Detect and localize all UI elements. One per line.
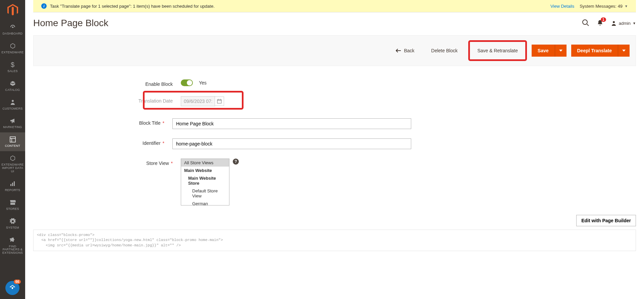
enable-block-toggle[interactable] xyxy=(181,79,193,86)
save-retranslate-button[interactable]: Save & Retranslate xyxy=(471,45,524,57)
hex-icon xyxy=(1,42,24,50)
svg-point-9 xyxy=(613,21,615,23)
translation-date-label: Translation Date xyxy=(33,96,181,104)
sidebar-label: EXTENDWARE xyxy=(1,51,23,54)
sidebar-label: EXTENDWARE IMPORT DATA UI xyxy=(1,163,24,173)
save-button[interactable]: Save xyxy=(532,45,555,57)
sidebar-item-catalog[interactable]: CATALOG xyxy=(0,76,25,95)
sidebar-item-customers[interactable]: CUSTOMERS xyxy=(0,95,25,114)
notifications-icon[interactable]: 1 xyxy=(597,19,603,27)
layout-icon xyxy=(1,136,24,143)
row-identifier: Identifier xyxy=(33,138,411,149)
identifier-input[interactable] xyxy=(172,138,411,149)
sidebar-label: CONTENT xyxy=(5,144,20,148)
svg-point-0 xyxy=(12,100,14,102)
sidebar-label: SYSTEM xyxy=(6,226,19,230)
sidebar-item-content[interactable]: CONTENT xyxy=(0,132,25,151)
storefront-icon xyxy=(1,199,24,206)
store-view-option-german[interactable]: German xyxy=(181,200,229,205)
row-translation-date: Translation Date xyxy=(33,96,411,106)
sidebar-label: DASHBOARD xyxy=(3,32,23,36)
identifier-label: Identifier xyxy=(33,138,172,146)
user-menu[interactable]: admin ▼ xyxy=(611,20,636,26)
calendar-icon[interactable] xyxy=(215,97,224,106)
search-icon[interactable] xyxy=(582,19,589,27)
sidebar-label: MARKETING xyxy=(3,126,22,129)
svg-rect-10 xyxy=(217,100,221,103)
store-view-option-main-website[interactable]: Main Website xyxy=(181,167,229,174)
sidebar-label: CATALOG xyxy=(5,88,20,92)
content-code-area[interactable]: <div class="blocks-promo"> <a href="{{st… xyxy=(33,230,636,251)
sidebar-item-extendware[interactable]: EXTENDWARE xyxy=(0,39,25,58)
person-icon xyxy=(1,99,24,106)
block-title-label: Block Title xyxy=(33,118,172,126)
sidebar-label: REPORTS xyxy=(5,189,20,192)
store-view-option-all[interactable]: All Store Views xyxy=(181,159,229,167)
row-store-view: Store View All Store Views Main Website … xyxy=(33,159,411,205)
delete-block-button[interactable]: Delete Block xyxy=(425,45,464,57)
sidebar-item-partners[interactable]: FIND PARTNERS & EXTENSIONS xyxy=(0,233,25,251)
page-header: Home Page Block 1 admin ▼ xyxy=(25,12,644,28)
admin-sidebar: DASHBOARD EXTENDWARE $SALES CATALOG CUST… xyxy=(0,0,25,251)
store-view-option-main-store[interactable]: Main Website Store xyxy=(181,174,229,187)
gear-icon xyxy=(1,218,24,225)
sidebar-item-reports[interactable]: REPORTS xyxy=(0,177,25,195)
pagebuilder-row: Edit with Page Builder xyxy=(25,215,644,226)
save-split-button: Save xyxy=(532,45,567,57)
store-view-option-default[interactable]: Default Store View xyxy=(181,187,229,200)
row-block-title: Block Title xyxy=(33,118,411,129)
system-message-text: Task "Translate page for 1 selected page… xyxy=(50,4,550,9)
bars-icon xyxy=(1,180,24,187)
view-details-link[interactable]: View Details xyxy=(550,4,574,9)
deepl-dropdown-toggle[interactable] xyxy=(618,45,630,57)
page-title: Home Page Block xyxy=(33,18,582,28)
help-icon[interactable]: ? xyxy=(233,159,239,165)
sidebar-label: STORES xyxy=(6,207,19,211)
form-area: Enable Block Yes Translation Date Block … xyxy=(25,66,419,205)
block-title-input[interactable] xyxy=(172,118,411,129)
store-view-label: Store View xyxy=(33,159,181,166)
enable-block-label: Enable Block xyxy=(33,79,181,87)
chevron-down-icon: ▼ xyxy=(633,21,636,25)
highlight-save-retranslate: Save & Retranslate xyxy=(468,40,527,61)
sidebar-item-stores[interactable]: STORES xyxy=(0,195,25,214)
dollar-icon: $ xyxy=(1,61,24,68)
chevron-down-icon[interactable]: ▼ xyxy=(625,4,628,8)
system-message-count[interactable]: System Messages: 49 xyxy=(580,4,623,9)
cube-icon xyxy=(1,80,24,87)
system-message-bar: i Task "Translate page for 1 selected pa… xyxy=(33,0,636,12)
edit-pagebuilder-button[interactable]: Edit with Page Builder xyxy=(576,215,636,226)
svg-rect-6 xyxy=(14,181,15,186)
sidebar-item-sales[interactable]: $SALES xyxy=(0,58,25,76)
svg-rect-5 xyxy=(12,183,13,186)
username: admin xyxy=(619,21,631,26)
sidebar-item-system[interactable]: SYSTEM xyxy=(0,214,25,233)
main-content: i Task "Translate page for 1 selected pa… xyxy=(25,0,644,251)
deepl-translate-button[interactable]: Deepl Translate xyxy=(571,45,618,57)
sidebar-item-dashboard[interactable]: DASHBOARD xyxy=(0,20,25,39)
store-view-select[interactable]: All Store Views Main Website Main Websit… xyxy=(181,159,229,205)
puzzle-icon xyxy=(1,236,24,244)
svg-rect-1 xyxy=(10,137,15,142)
sidebar-item-marketing[interactable]: MARKETING xyxy=(0,114,25,132)
info-icon: i xyxy=(41,3,47,9)
deepl-split-button: Deepl Translate xyxy=(571,45,630,57)
sidebar-label: FIND PARTNERS & EXTENSIONS xyxy=(1,245,24,251)
svg-line-8 xyxy=(587,24,589,26)
svg-point-7 xyxy=(583,20,587,24)
hex-icon xyxy=(1,155,24,162)
row-enable-block: Enable Block Yes xyxy=(33,79,411,87)
sidebar-label: CUSTOMERS xyxy=(2,107,22,111)
sidebar-item-extendware-import[interactable]: EXTENDWARE IMPORT DATA UI xyxy=(0,151,25,177)
sidebar-label: SALES xyxy=(7,70,18,73)
megaphone-icon xyxy=(1,117,24,124)
translation-date-input xyxy=(181,96,215,106)
enable-block-value: Yes xyxy=(199,80,207,85)
action-toolbar: Back Delete Block Save & Retranslate Sav… xyxy=(33,35,636,66)
svg-rect-4 xyxy=(10,184,11,186)
notification-badge: 1 xyxy=(601,17,606,22)
back-button[interactable]: Back xyxy=(390,45,420,57)
dashboard-icon xyxy=(1,23,24,31)
save-dropdown-toggle[interactable] xyxy=(555,45,567,57)
magento-logo[interactable] xyxy=(0,0,25,20)
